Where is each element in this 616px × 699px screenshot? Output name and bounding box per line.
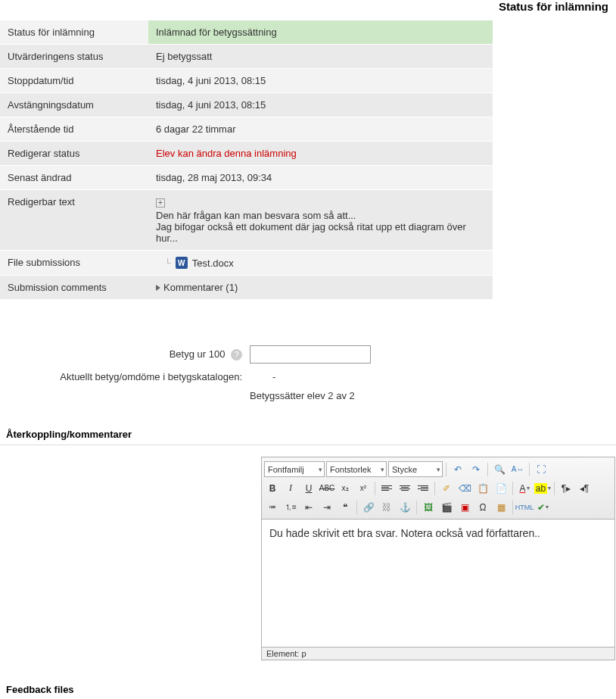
align-left-button[interactable] bbox=[378, 480, 395, 496]
unlink-button[interactable]: ⛓ bbox=[378, 499, 395, 515]
expand-icon[interactable]: + bbox=[156, 198, 165, 208]
word-file-icon: W bbox=[176, 257, 188, 269]
media-button[interactable]: 🎬 bbox=[438, 499, 455, 515]
fullscreen-button[interactable]: ⛶ bbox=[533, 461, 549, 477]
comments-toggle[interactable]: Kommentarer (1) bbox=[156, 282, 485, 293]
subscript-button[interactable]: x₂ bbox=[337, 480, 353, 496]
online-text-line2: Jag bifogar också ett dokument där jag o… bbox=[156, 221, 466, 244]
nonbreaking-button[interactable]: ▣ bbox=[456, 499, 473, 515]
comments-label: Kommentarer (1) bbox=[163, 282, 238, 293]
rich-text-editor: Fontfamilj Fontstorlek Stycke ↶ ↷ 🔍 A↔ ⛶… bbox=[261, 457, 615, 660]
tree-branch-icon: └ bbox=[165, 258, 171, 267]
rtl-button[interactable]: ◂¶ bbox=[576, 480, 593, 496]
value-last-modified: tisdag, 28 maj 2013, 09:34 bbox=[148, 166, 493, 190]
label-editing-status: Redigerar status bbox=[0, 142, 148, 166]
underline-button[interactable]: U bbox=[300, 480, 317, 496]
row-grading-status: Utvärderingens status Ej betygssatt bbox=[0, 45, 493, 69]
value-cutoff-date: tisdag, 4 juni 2013, 08:15 bbox=[148, 93, 493, 117]
background-color-button[interactable]: ab bbox=[534, 480, 551, 496]
align-right-button[interactable] bbox=[415, 480, 431, 496]
spellcheck-button[interactable]: ✔ bbox=[534, 499, 551, 515]
label-submission-comments: Submission comments bbox=[0, 276, 148, 300]
row-editing-status: Redigerar status Elev kan ändra denna in… bbox=[0, 142, 493, 166]
undo-button[interactable]: ↶ bbox=[450, 461, 466, 477]
gradebook-label: Aktuellt betyg/omdöme i betygskatalogen: bbox=[0, 371, 250, 382]
row-cutoff-date: Avstängningsdatum tisdag, 4 juni 2013, 0… bbox=[0, 93, 493, 117]
italic-button[interactable]: I bbox=[282, 480, 299, 496]
grade-out-of-label: Betyg ur 100 ? bbox=[0, 348, 250, 360]
table-button[interactable]: ▦ bbox=[493, 499, 509, 515]
feedback-files-header: Feedback files bbox=[0, 679, 616, 699]
image-button[interactable]: 🖼 bbox=[420, 499, 437, 515]
ltr-button[interactable]: ¶▸ bbox=[558, 480, 574, 496]
label-file-submissions: File submissions bbox=[0, 251, 148, 276]
help-icon[interactable]: ? bbox=[231, 349, 242, 360]
label-time-remaining: Återstående tid bbox=[0, 117, 148, 142]
value-submission-status: Inlämnad för betygssättning bbox=[148, 20, 493, 45]
value-submission-comments: Kommentarer (1) bbox=[148, 276, 493, 300]
paragraph-format-select[interactable]: Stycke bbox=[388, 461, 443, 477]
value-due-date: tisdag, 4 juni 2013, 08:15 bbox=[148, 69, 493, 93]
value-file-submissions: └ W Test.docx bbox=[148, 251, 493, 276]
gradebook-value: - bbox=[250, 371, 275, 382]
editor-toolbar: Fontfamilj Fontstorlek Stycke ↶ ↷ 🔍 A↔ ⛶… bbox=[261, 457, 615, 519]
superscript-button[interactable]: x² bbox=[355, 480, 372, 496]
outdent-button[interactable]: ⇤ bbox=[300, 499, 317, 515]
grade-input[interactable] bbox=[250, 345, 371, 364]
find-button[interactable]: 🔍 bbox=[491, 461, 508, 477]
label-cutoff-date: Avstängningsdatum bbox=[0, 93, 148, 117]
unordered-list-button[interactable]: ≔ bbox=[264, 499, 281, 515]
replace-button[interactable]: A↔ bbox=[509, 461, 526, 477]
editor-path: Element: p bbox=[261, 648, 615, 660]
html-source-button[interactable]: HTML bbox=[516, 499, 533, 515]
paste-text-button[interactable]: 📋 bbox=[474, 480, 491, 496]
value-online-text: + Den här frågan kan man besvara som så … bbox=[148, 190, 493, 251]
submission-status-table: Status för inlämning Inlämnad för betygs… bbox=[0, 20, 493, 300]
strikethrough-button[interactable]: ABC bbox=[319, 480, 335, 496]
font-size-select[interactable]: Fontstorlek bbox=[326, 461, 387, 477]
editor-content[interactable]: Du hade skrivit ett bra svar. Notera ock… bbox=[261, 519, 615, 648]
value-grading-status: Ej betygssatt bbox=[148, 45, 493, 69]
text-color-button[interactable]: A bbox=[516, 480, 533, 496]
grading-progress: Betygssätter elev 2 av 2 bbox=[250, 390, 355, 401]
file-link[interactable]: Test.docx bbox=[192, 257, 234, 269]
label-due-date: Stoppdatum/tid bbox=[0, 69, 148, 93]
align-center-button[interactable] bbox=[397, 480, 413, 496]
row-time-remaining: Återstående tid 6 dagar 22 timmar bbox=[0, 117, 493, 142]
anchor-button[interactable]: ⚓ bbox=[397, 499, 413, 515]
row-due-date: Stoppdatum/tid tisdag, 4 juni 2013, 08:1… bbox=[0, 69, 493, 93]
row-last-modified: Senast ändrad tisdag, 28 maj 2013, 09:34 bbox=[0, 166, 493, 190]
grade-section: Betyg ur 100 ? Aktuellt betyg/omdöme i b… bbox=[0, 345, 493, 401]
special-char-button[interactable]: Ω bbox=[474, 499, 491, 515]
blockquote-button[interactable]: ❝ bbox=[337, 499, 353, 515]
row-submission-comments: Submission comments Kommentarer (1) bbox=[0, 276, 493, 300]
page-title: Status för inlämning bbox=[0, 0, 616, 20]
chevron-right-icon bbox=[156, 285, 160, 291]
label-submission-status: Status för inlämning bbox=[0, 20, 148, 45]
remove-format-button[interactable]: ⌫ bbox=[456, 480, 473, 496]
label-online-text: Redigerbar text bbox=[0, 190, 148, 251]
online-text-line1: Den här frågan kan man besvara som så at… bbox=[156, 210, 356, 221]
value-time-remaining: 6 dagar 22 timmar bbox=[148, 117, 493, 142]
label-last-modified: Senast ändrad bbox=[0, 166, 148, 190]
paste-word-button[interactable]: 📄 bbox=[493, 480, 509, 496]
font-family-select[interactable]: Fontfamilj bbox=[264, 461, 325, 477]
row-online-text: Redigerbar text + Den här frågan kan man… bbox=[0, 190, 493, 251]
link-button[interactable]: 🔗 bbox=[360, 499, 377, 515]
row-submission-status: Status för inlämning Inlämnad för betygs… bbox=[0, 20, 493, 45]
cleanup-button[interactable]: ✐ bbox=[438, 480, 455, 496]
feedback-comments-header: Återkoppling/kommentarer bbox=[0, 424, 616, 445]
redo-button[interactable]: ↷ bbox=[468, 461, 484, 477]
bold-button[interactable]: B bbox=[264, 480, 281, 496]
label-grading-status: Utvärderingens status bbox=[0, 45, 148, 69]
ordered-list-button[interactable]: ⒈≡ bbox=[282, 499, 299, 515]
row-file-submissions: File submissions └ W Test.docx bbox=[0, 251, 493, 276]
indent-button[interactable]: ⇥ bbox=[319, 499, 335, 515]
value-editing-status: Elev kan ändra denna inlämning bbox=[148, 142, 493, 166]
